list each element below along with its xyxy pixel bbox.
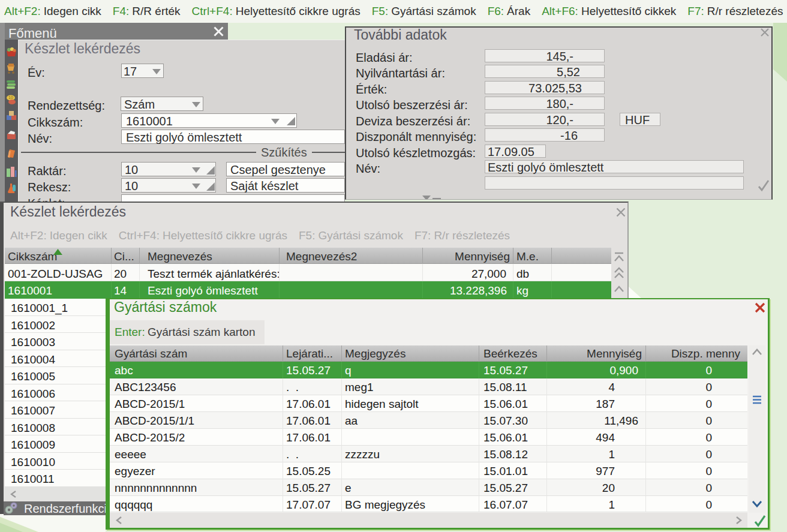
- svg-text:10: 10: [8, 95, 13, 100]
